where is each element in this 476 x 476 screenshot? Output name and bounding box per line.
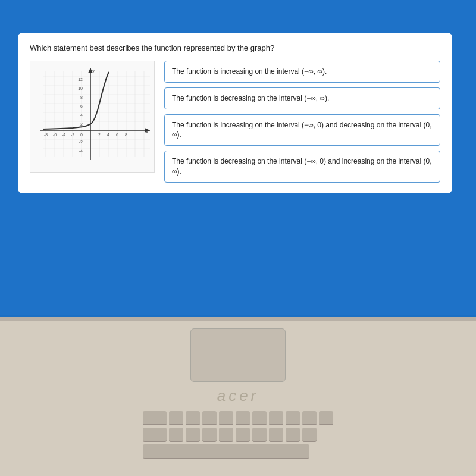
svg-text:8: 8 xyxy=(125,133,127,137)
key-space[interactable] xyxy=(143,444,309,459)
key-d[interactable] xyxy=(202,428,217,442)
key-i[interactable] xyxy=(286,411,300,425)
svg-text:-6: -6 xyxy=(53,133,57,137)
key-f[interactable] xyxy=(219,428,233,442)
svg-text:6: 6 xyxy=(116,133,118,137)
option-a[interactable]: The function is increasing on the interv… xyxy=(164,61,440,83)
key-j[interactable] xyxy=(269,428,283,442)
svg-text:12: 12 xyxy=(78,77,83,82)
key-p[interactable] xyxy=(319,411,333,425)
laptop-brand: acer xyxy=(217,387,259,405)
graph-area: y x 12 10 8 6 4 2 -2 -4 -8 -6 -4 -2 0 2 xyxy=(30,61,155,173)
question-text: Which statement best describes the funct… xyxy=(30,43,440,52)
graph-svg: y x 12 10 8 6 4 2 -2 -4 -8 -6 -4 -2 0 2 xyxy=(34,65,153,166)
svg-text:10: 10 xyxy=(78,86,83,90)
svg-text:4: 4 xyxy=(80,113,83,117)
key-a[interactable] xyxy=(169,428,183,442)
svg-text:4: 4 xyxy=(107,133,109,137)
key-t[interactable] xyxy=(236,411,250,425)
touchpad[interactable] xyxy=(190,328,286,382)
svg-text:2: 2 xyxy=(98,133,101,137)
key-g[interactable] xyxy=(236,428,250,442)
key-s[interactable] xyxy=(186,428,200,442)
key-e[interactable] xyxy=(202,411,217,425)
key-o[interactable] xyxy=(302,411,317,425)
svg-text:-2: -2 xyxy=(71,133,74,137)
key-q[interactable] xyxy=(169,411,183,425)
key-caps[interactable] xyxy=(143,428,167,442)
key-tab[interactable] xyxy=(143,411,167,425)
svg-text:2: 2 xyxy=(80,122,83,126)
key-u[interactable] xyxy=(269,411,283,425)
options-area: The function is increasing on the interv… xyxy=(164,61,440,183)
key-h[interactable] xyxy=(252,428,267,442)
svg-text:6: 6 xyxy=(80,104,83,108)
laptop-body: acer xyxy=(0,321,476,476)
svg-text:8: 8 xyxy=(80,95,83,99)
key-y[interactable] xyxy=(252,411,267,425)
svg-text:-4: -4 xyxy=(62,133,65,137)
quiz-card: Which statement best describes the funct… xyxy=(18,33,452,193)
svg-text:-8: -8 xyxy=(44,133,48,137)
key-w[interactable] xyxy=(186,411,200,425)
svg-text:x: x xyxy=(146,129,148,134)
key-l[interactable] xyxy=(302,428,317,442)
svg-text:y: y xyxy=(92,68,95,73)
key-k[interactable] xyxy=(286,428,300,442)
svg-text:-2: -2 xyxy=(79,140,83,144)
keyboard xyxy=(143,411,333,459)
option-c[interactable]: The function is increasing on the interv… xyxy=(164,114,440,146)
option-b[interactable]: The function is decreasing on the interv… xyxy=(164,87,440,109)
quiz-content: y x 12 10 8 6 4 2 -2 -4 -8 -6 -4 -2 0 2 xyxy=(30,61,440,183)
svg-text:0: 0 xyxy=(80,133,83,137)
svg-text:-4: -4 xyxy=(79,149,83,153)
key-r[interactable] xyxy=(219,411,233,425)
option-d[interactable]: The function is decreasing on the interv… xyxy=(164,151,440,183)
